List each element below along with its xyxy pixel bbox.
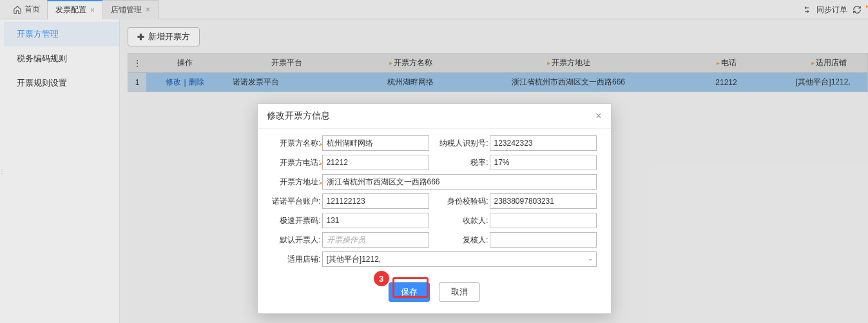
label-drawer: 默认开票人: xyxy=(269,235,322,246)
drawer-input[interactable] xyxy=(322,232,429,248)
label-name: 开票方名称:▸ xyxy=(269,138,322,149)
payee-input[interactable] xyxy=(490,213,597,228)
label-taxno: 纳税人识别号:▸ xyxy=(437,138,490,149)
modal-overlay: 修改开票方信息 × 开票方名称:▸ 纳税人识别号:▸ 开票方电话:▸ xyxy=(0,0,868,323)
account-input[interactable] xyxy=(322,193,429,209)
dialog-title: 修改开票方信息 xyxy=(267,110,330,122)
taxno-input[interactable] xyxy=(490,135,597,151)
rate-input[interactable] xyxy=(490,155,597,170)
dialog-header: 修改开票方信息 × xyxy=(258,104,611,129)
shop-select-input[interactable] xyxy=(322,251,597,267)
label-rate: 税率:▸ xyxy=(437,157,490,168)
idcheck-input[interactable] xyxy=(490,193,597,209)
label-shop: 适用店铺: xyxy=(269,254,322,265)
label-account: 诺诺平台账户: xyxy=(269,196,322,207)
addr-input[interactable] xyxy=(322,174,597,190)
label-addr: 开票方地址:▸ xyxy=(269,177,322,188)
fastcode-input[interactable] xyxy=(322,213,429,228)
dialog-body: 开票方名称:▸ 纳税人识别号:▸ 开票方电话:▸ 税率:▸ xyxy=(258,129,611,275)
edit-invoicer-dialog: 修改开票方信息 × 开票方名称:▸ 纳税人识别号:▸ 开票方电话:▸ xyxy=(257,103,612,314)
dialog-close-icon[interactable]: × xyxy=(595,110,601,122)
reviewer-input[interactable] xyxy=(490,232,597,248)
label-payee: 收款人: xyxy=(437,215,490,226)
phone-input[interactable] xyxy=(322,155,429,170)
label-fastcode: 极速开票码: xyxy=(269,215,322,226)
label-phone: 开票方电话:▸ xyxy=(269,157,322,168)
shop-select[interactable]: ⌄ xyxy=(322,251,597,267)
cancel-button[interactable]: 取消 xyxy=(439,282,480,302)
label-idcheck: 身份校验码: xyxy=(437,196,490,207)
dialog-footer: 3 保存 取消 xyxy=(258,275,611,313)
label-reviewer: 复核人: xyxy=(437,235,490,246)
name-input[interactable] xyxy=(322,135,429,151)
save-button[interactable]: 保存 xyxy=(389,282,430,302)
